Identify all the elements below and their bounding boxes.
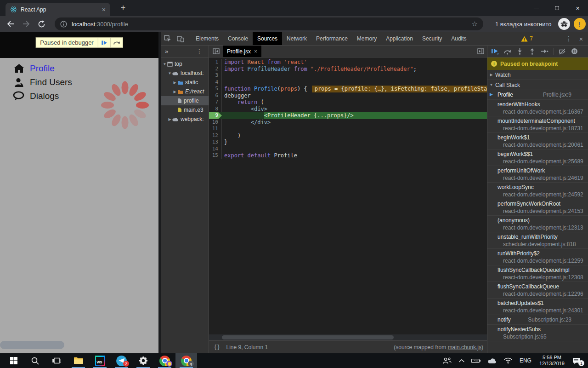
line-number[interactable]: 4: [209, 79, 222, 86]
profile-avatar[interactable]: !: [574, 18, 586, 30]
tab-performance[interactable]: Performance: [311, 32, 352, 45]
address-bar[interactable]: localhost:3000/profile ☆: [55, 17, 483, 30]
site-info-icon[interactable]: [60, 21, 67, 28]
tab-application[interactable]: Application: [381, 32, 418, 45]
file-tree-item-e-react[interactable]: ▶E:/react: [161, 87, 209, 96]
file-tree-item-static[interactable]: ▶static: [161, 78, 209, 87]
tab-console[interactable]: Console: [223, 32, 253, 45]
line-number[interactable]: 5: [209, 86, 222, 92]
tab-close-icon[interactable]: ×: [102, 6, 106, 13]
reload-button[interactable]: [38, 20, 45, 28]
pause-on-exceptions-icon[interactable]: [571, 48, 578, 55]
call-stack-frame[interactable]: mountIndeterminateComponentreact-dom.dev…: [487, 116, 588, 133]
editor-hscrollbar-thumb[interactable]: [222, 335, 394, 339]
keyboard-language[interactable]: ENG: [515, 357, 536, 364]
tab-network[interactable]: Network: [282, 32, 311, 45]
deactivate-breakpoints-icon[interactable]: [558, 48, 566, 55]
step-icon[interactable]: [541, 48, 548, 54]
back-button[interactable]: [6, 20, 15, 28]
editor-tab-profile-jsx[interactable]: Profile.jsx ×: [223, 46, 261, 57]
more-panels-icon[interactable]: »: [165, 48, 168, 55]
line-number[interactable]: 14: [209, 146, 222, 153]
file-tree-item-webpack[interactable]: ▶webpack:: [161, 115, 209, 124]
taskbar-chrome-profile[interactable]: [154, 353, 175, 368]
call-stack-frame[interactable]: ▶ProfileProfile.jsx:9: [487, 90, 588, 100]
devtools-menu-icon[interactable]: ⋮: [563, 35, 574, 42]
wifi-icon[interactable]: [501, 357, 515, 364]
editor-tab-close-icon[interactable]: ×: [254, 48, 257, 55]
call-stack-frame[interactable]: runWithPriority$2react-dom.development.j…: [487, 249, 588, 265]
people-icon[interactable]: [439, 357, 455, 364]
toggle-navigator-icon[interactable]: [209, 46, 223, 57]
battery-icon[interactable]: [468, 358, 484, 363]
call-stack-frame[interactable]: workLoopSyncreact-dom.development.js:245…: [487, 183, 588, 199]
line-number[interactable]: 9: [209, 112, 222, 119]
step-over-icon[interactable]: [503, 48, 511, 55]
nav-link-profile[interactable]: Profile: [0, 62, 158, 75]
line-number[interactable]: 13: [209, 139, 222, 146]
device-toolbar-icon[interactable]: [174, 32, 187, 45]
minimize-button[interactable]: [526, 0, 547, 16]
browser-tab[interactable]: React App ×: [6, 3, 110, 16]
taskbar-telegram[interactable]: 2: [111, 353, 132, 368]
line-number[interactable]: 15: [209, 152, 222, 159]
tab-memory[interactable]: Memory: [352, 32, 381, 45]
call-stack-frame[interactable]: performSyncWorkOnRootreact-dom.developme…: [487, 199, 588, 216]
tree-expanded-icon[interactable]: ▼: [162, 62, 167, 66]
bookmark-star-icon[interactable]: ☆: [472, 20, 478, 28]
taskbar-start[interactable]: [3, 353, 24, 368]
line-number[interactable]: 10: [209, 119, 222, 126]
tree-collapsed-icon[interactable]: ▶: [172, 90, 177, 94]
step-over-banner-button[interactable]: [110, 38, 123, 47]
taskbar-task-view[interactable]: [46, 353, 68, 368]
taskbar-webstorm[interactable]: WS: [89, 353, 111, 368]
tree-expanded-icon[interactable]: ▼: [167, 71, 172, 75]
line-number[interactable]: 11: [209, 126, 222, 132]
console-warnings-indicator[interactable]: 7: [521, 35, 533, 42]
source-map-link[interactable]: main.chunk.js: [448, 344, 481, 351]
tree-collapsed-icon[interactable]: ▶: [172, 80, 177, 85]
call-stack-frame[interactable]: batchedUpdates$1react-dom.development.js…: [487, 299, 588, 315]
line-number[interactable]: 7: [209, 99, 222, 106]
call-stack-frame[interactable]: notifyNestedSubsSubscription.js:65: [487, 325, 588, 341]
file-tree-item-main-e3[interactable]: main.e3: [161, 105, 209, 115]
page-hscrollbar-thumb[interactable]: [0, 341, 64, 349]
code-area[interactable]: 1import React from 'react'2import Profil…: [209, 58, 487, 334]
call-stack-frame[interactable]: performUnitOfWorkreact-dom.development.j…: [487, 166, 588, 183]
call-stack-frame[interactable]: (anonymous)react-dom.development.js:1231…: [487, 216, 588, 232]
call-stack-frame[interactable]: flushSyncCallbackQueueImplreact-dom.deve…: [487, 265, 588, 282]
chevron-up-icon[interactable]: [455, 359, 468, 363]
toggle-debugger-sidebar-icon[interactable]: [474, 46, 487, 57]
tab-audits[interactable]: Audits: [447, 32, 471, 45]
inspect-element-icon[interactable]: [161, 32, 174, 45]
file-tree-item-localhost[interactable]: ▼localhost:: [161, 69, 209, 78]
call-stack-frame[interactable]: renderWithHooksreact-dom.development.js:…: [487, 100, 588, 116]
file-tree-item-top[interactable]: ▼top: [161, 59, 209, 69]
resume-icon[interactable]: [491, 48, 499, 55]
taskbar-file-explorer[interactable]: [68, 353, 89, 368]
action-center-icon[interactable]: 1: [568, 353, 585, 368]
call-stack-frame[interactable]: beginWork$$1react-dom.development.js:256…: [487, 150, 588, 166]
onedrive-icon[interactable]: [484, 358, 501, 364]
watch-section-header[interactable]: ▶ Watch: [487, 70, 588, 80]
call-stack-frame[interactable]: notifySubscription.js:23: [487, 315, 588, 325]
taskbar-search[interactable]: [24, 353, 46, 368]
call-stack-frame[interactable]: beginWork$1react-dom.development.js:2006…: [487, 133, 588, 150]
resume-script-button[interactable]: [98, 38, 110, 47]
devtools-close-icon[interactable]: ×: [574, 35, 588, 43]
call-stack-frame[interactable]: flushSyncCallbackQueuereact-dom.developm…: [487, 282, 588, 299]
tab-elements[interactable]: Elements: [191, 32, 223, 45]
new-tab-button[interactable]: +: [118, 2, 129, 13]
line-number[interactable]: 2: [209, 66, 222, 73]
clock[interactable]: 5:56 PM 12/13/2019: [536, 355, 568, 367]
tab-sources[interactable]: Sources: [253, 32, 282, 45]
line-number[interactable]: 12: [209, 132, 222, 139]
maximize-button[interactable]: [547, 0, 567, 16]
pretty-print-button[interactable]: {}: [214, 344, 220, 351]
line-number[interactable]: 3: [209, 72, 222, 79]
step-out-icon[interactable]: [528, 48, 536, 55]
tree-collapsed-icon[interactable]: ▶: [167, 117, 172, 121]
close-window-button[interactable]: ×: [567, 0, 588, 16]
line-number[interactable]: 6: [209, 92, 222, 99]
line-number[interactable]: 8: [209, 106, 222, 113]
